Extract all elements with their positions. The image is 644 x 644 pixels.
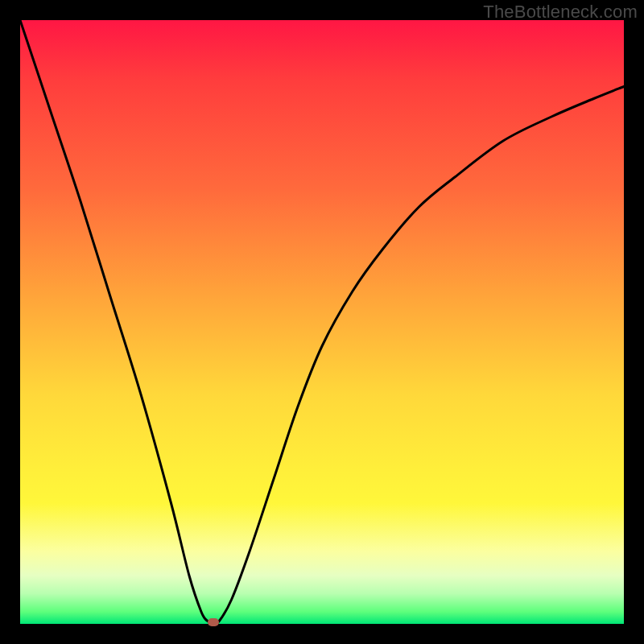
optimal-marker — [208, 618, 219, 626]
watermark-text: TheBottleneck.com — [483, 2, 638, 23]
bottleneck-curve — [20, 20, 624, 624]
